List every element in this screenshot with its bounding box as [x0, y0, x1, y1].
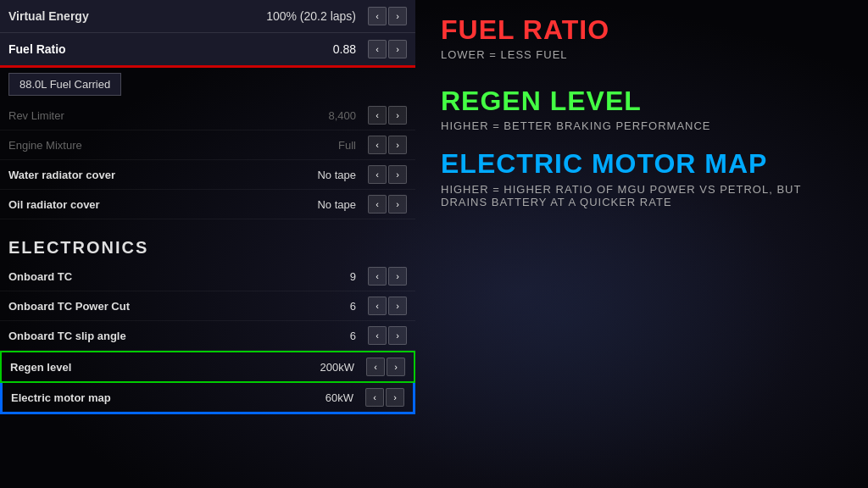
fuel-ratio-arrows: ‹ ›: [368, 40, 407, 58]
static-row-1: Engine Mixture Full ‹ ›: [0, 130, 415, 160]
row-label-2: Water radiator cover: [8, 169, 305, 181]
fuel-ratio-prev[interactable]: ‹: [368, 40, 387, 58]
right-lower-block: REGEN LEVEL HIGHER = BETTER BRAKING PERF…: [441, 86, 851, 208]
row-arrows-1: ‹ ›: [368, 136, 407, 154]
fuel-ratio-row: Fuel Ratio 0.88 ‹ ›: [0, 33, 415, 68]
elec-next-0[interactable]: ›: [388, 267, 407, 286]
elec-prev-4[interactable]: ‹: [365, 388, 384, 407]
fuel-ratio-title: FUEL RATIO: [441, 15, 851, 45]
fuel-ratio-subtitle: LOWER = LESS FUEL: [441, 48, 851, 61]
elec-value-3: 200kW: [303, 361, 354, 374]
fuel-ratio-next[interactable]: ›: [388, 40, 407, 58]
elec-row-3: Regen level 200kW ‹ ›: [0, 351, 415, 383]
elec-row-4: Electric motor map 60kW ‹ ›: [0, 383, 415, 414]
regen-title: REGEN LEVEL: [441, 86, 851, 116]
right-panel: FUEL RATIO LOWER = LESS FUEL REGEN LEVEL…: [424, 0, 868, 488]
virtual-energy-arrows: ‹ ›: [368, 7, 407, 25]
electronics-rows: Onboard TC 9 ‹ › Onboard TC Power Cut 6 …: [0, 262, 415, 414]
virtual-energy-row: Virtual Energy 100% (20.2 laps) ‹ ›: [0, 0, 415, 33]
virtual-energy-label: Virtual Energy: [8, 9, 89, 23]
elec-arrows-0: ‹ ›: [368, 267, 407, 286]
row-prev-3[interactable]: ‹: [368, 195, 387, 214]
row-label-3: Oil radiator cover: [8, 198, 305, 211]
elec-label-2: Onboard TC slip angle: [8, 330, 305, 342]
electric-subtitle: HIGHER = HIGHER RATIO OF MGU POWER VS PE…: [441, 183, 851, 208]
elec-label-1: Onboard TC Power Cut: [8, 300, 305, 313]
elec-value-1: 6: [305, 300, 356, 313]
elec-arrows-4: ‹ ›: [365, 388, 404, 407]
elec-value-4: 60kW: [303, 391, 353, 404]
static-row-2: Water radiator cover No tape ‹ ›: [0, 160, 415, 190]
virtual-energy-value: 100% (20.2 laps): [266, 9, 356, 23]
static-row-0: Rev Limiter 8,400 ‹ ›: [0, 101, 415, 130]
fuel-ratio-section: FUEL RATIO LOWER = LESS FUEL: [441, 15, 851, 61]
elec-prev-0[interactable]: ‹: [368, 267, 387, 286]
elec-value-0: 9: [305, 270, 356, 283]
row-next-3[interactable]: ›: [388, 195, 407, 214]
regen-subtitle: HIGHER = BETTER BRAKING PERFORMANCE: [441, 119, 851, 132]
row-label-0: Rev Limiter: [8, 109, 305, 122]
fuel-carried-label: 88.0L Fuel Carried: [8, 73, 121, 96]
electric-section: ELECTRIC MOTOR MAP HIGHER = HIGHER RATIO…: [441, 149, 851, 208]
elec-label-0: Onboard TC: [8, 270, 305, 283]
elec-arrows-2: ‹ ›: [368, 326, 407, 345]
elec-next-2[interactable]: ›: [388, 326, 407, 345]
row-value-2: No tape: [305, 169, 356, 181]
row-prev-1[interactable]: ‹: [368, 136, 387, 154]
row-prev-2[interactable]: ‹: [368, 165, 387, 184]
elec-prev-2[interactable]: ‹: [368, 326, 387, 345]
virtual-energy-prev[interactable]: ‹: [368, 7, 387, 25]
fuel-ratio-label: Fuel Ratio: [8, 42, 66, 56]
row-value-3: No tape: [305, 198, 356, 211]
virtual-energy-next[interactable]: ›: [388, 7, 407, 25]
row-label-1: Engine Mixture: [8, 139, 305, 152]
electric-title: ELECTRIC MOTOR MAP: [441, 149, 851, 179]
elec-next-4[interactable]: ›: [386, 388, 404, 407]
static-rows: Rev Limiter 8,400 ‹ › Engine Mixture Ful…: [0, 101, 415, 219]
fuel-ratio-value: 0.88: [333, 42, 356, 56]
row-arrows-3: ‹ ›: [368, 195, 407, 214]
elec-arrows-1: ‹ ›: [368, 297, 407, 315]
elec-row-2: Onboard TC slip angle 6 ‹ ›: [0, 321, 415, 351]
elec-value-2: 6: [305, 330, 356, 342]
elec-arrows-3: ‹ ›: [366, 358, 405, 376]
fuel-carried-container: 88.0L Fuel Carried: [0, 68, 415, 101]
row-next-2[interactable]: ›: [388, 165, 407, 184]
elec-row-1: Onboard TC Power Cut 6 ‹ ›: [0, 291, 415, 321]
row-next-0[interactable]: ›: [388, 106, 407, 125]
elec-label-4: Electric motor map: [11, 391, 303, 404]
row-prev-0[interactable]: ‹: [368, 106, 387, 125]
elec-next-1[interactable]: ›: [388, 297, 407, 315]
elec-row-0: Onboard TC 9 ‹ ›: [0, 262, 415, 291]
static-row-3: Oil radiator cover No tape ‹ ›: [0, 190, 415, 219]
elec-prev-1[interactable]: ‹: [368, 297, 387, 315]
row-arrows-2: ‹ ›: [368, 165, 407, 184]
row-value-1: Full: [305, 139, 356, 152]
left-panel: Virtual Energy 100% (20.2 laps) ‹ › Fuel…: [0, 0, 415, 488]
row-value-0: 8,400: [305, 109, 356, 122]
regen-section: REGEN LEVEL HIGHER = BETTER BRAKING PERF…: [441, 86, 851, 132]
electronics-header: Electronics: [0, 230, 415, 262]
row-arrows-0: ‹ ›: [368, 106, 407, 125]
elec-label-3: Regen level: [10, 361, 303, 374]
elec-next-3[interactable]: ›: [387, 358, 405, 376]
elec-prev-3[interactable]: ‹: [366, 358, 385, 376]
row-next-1[interactable]: ›: [388, 136, 407, 154]
